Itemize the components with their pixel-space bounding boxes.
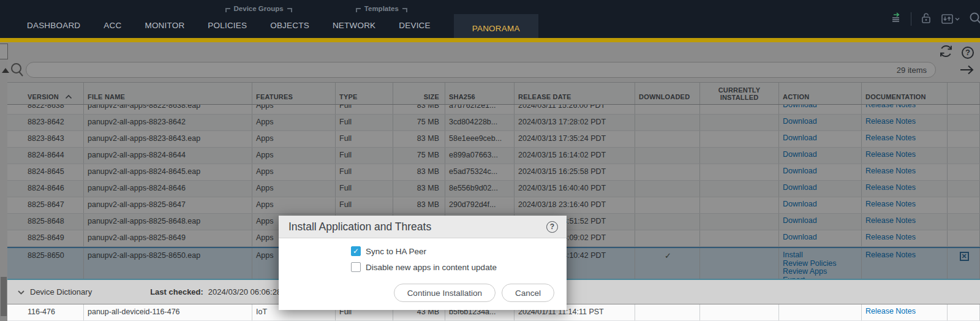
checkbox-label: Disable new apps in content update xyxy=(366,263,497,272)
release-notes-link[interactable]: Release Notes xyxy=(865,184,944,192)
deselect-icon[interactable]: ✕ xyxy=(960,252,969,261)
table-row[interactable]: 8824-8645panupv2-all-apps-8824-8645.eapA… xyxy=(7,164,980,181)
nav-tab-network[interactable]: NETWORK xyxy=(333,21,375,30)
action-link-download[interactable]: Download xyxy=(783,200,859,209)
table-row[interactable]: 8823-8642panupv2-all-apps-8823-8642AppsF… xyxy=(7,115,980,131)
nav-tab-device[interactable]: DEVICE xyxy=(399,21,430,30)
col-header-release-date[interactable]: RELEASE DATE xyxy=(514,83,635,104)
nav-items: POLICIESOBJECTS xyxy=(208,12,309,38)
action-link-download[interactable]: Download xyxy=(783,134,859,143)
release-notes-link[interactable]: Release Notes xyxy=(865,233,944,242)
col-header-label: DOCUMENTATION xyxy=(865,93,926,100)
gold-accent-bar xyxy=(0,38,980,42)
action-link-download[interactable]: Download xyxy=(783,167,859,176)
release-notes-link[interactable]: Release Notes xyxy=(865,105,944,110)
action-link-download[interactable]: Download xyxy=(783,217,859,225)
lock-icon[interactable] xyxy=(920,12,932,27)
col-header-file-name[interactable]: FILE NAME xyxy=(84,83,252,104)
checkbox-checked-icon[interactable]: ✓ xyxy=(351,246,361,256)
cell-action: Download xyxy=(779,214,862,230)
cell-close xyxy=(948,181,980,197)
action-link-download[interactable]: Download xyxy=(783,105,859,110)
col-header-version[interactable]: VERSION xyxy=(7,83,84,104)
col-header-sha256[interactable]: SHA256 xyxy=(445,83,514,104)
col-header-label: SIZE xyxy=(424,93,439,100)
cell-close xyxy=(948,304,980,320)
filter-field[interactable]: 29 items xyxy=(26,62,936,78)
next-page-arrow-icon[interactable] xyxy=(959,63,975,79)
col-header-type[interactable]: TYPE xyxy=(336,83,393,104)
filter-row: 29 items xyxy=(0,60,980,80)
release-notes-link[interactable]: Release Notes xyxy=(865,151,944,159)
col-header-close[interactable] xyxy=(948,83,980,104)
col-header-label: ACTION xyxy=(783,93,809,100)
cell-version: 8824-8646 xyxy=(7,181,84,197)
cell-version: 8825-8648 xyxy=(7,214,84,230)
cancel-button[interactable]: Cancel xyxy=(502,284,554,302)
commit-icon[interactable] xyxy=(890,12,902,26)
release-notes-link[interactable]: Release Notes xyxy=(865,167,944,176)
chevron-down-icon xyxy=(954,17,960,21)
release-notes-link[interactable]: Release Notes xyxy=(865,251,944,260)
help-icon[interactable]: ? xyxy=(962,47,974,59)
table-row[interactable]: 8824-8644panupv2-all-apps-8824-8644AppsF… xyxy=(7,148,980,164)
cell-documentation: Release Notes xyxy=(862,181,948,197)
nav-tab-dashboard[interactable]: DASHBOARD xyxy=(27,21,80,30)
cell-currently-installed xyxy=(700,115,779,130)
global-find-icon[interactable] xyxy=(969,12,980,26)
filter-input[interactable] xyxy=(26,66,897,74)
cell-downloaded xyxy=(635,181,700,197)
continue-installation-button[interactable]: Continue Installation xyxy=(394,284,496,302)
cell-downloaded xyxy=(635,105,700,114)
release-notes-link[interactable]: Release Notes xyxy=(865,134,944,143)
action-link-download[interactable]: Download xyxy=(783,118,859,126)
cell-file-name: panupv2-all-apps-8824-8646 xyxy=(84,181,252,197)
action-link-review-policies[interactable]: Review Policies xyxy=(783,260,859,268)
search-icon xyxy=(10,62,24,80)
dialog-help-icon[interactable]: ? xyxy=(546,221,558,233)
cell-version: 8823-8643 xyxy=(7,131,84,147)
col-header-currently-installed[interactable]: CURRENTLY INSTALLED xyxy=(700,83,779,104)
col-header-documentation[interactable]: DOCUMENTATION xyxy=(862,83,948,104)
cell-action: Download xyxy=(779,197,862,213)
col-header-label: CURRENTLY INSTALLED xyxy=(700,86,778,101)
nav-tab-monitor[interactable]: MONITOR xyxy=(145,21,184,30)
release-notes-link[interactable]: Release Notes xyxy=(865,200,944,209)
table-row[interactable]: 8825-8647panupv2-all-apps-8825-8647AppsF… xyxy=(7,197,980,214)
action-link-review-apps[interactable]: Review Apps xyxy=(783,268,859,276)
nav-tab-objects[interactable]: OBJECTS xyxy=(270,21,309,30)
action-link-install[interactable]: Install xyxy=(783,251,859,260)
collapsed-side-panel-stub[interactable] xyxy=(0,43,8,59)
col-header-action[interactable]: ACTION xyxy=(779,83,862,104)
action-link-download[interactable]: Download xyxy=(783,233,859,242)
nav-tab-panorama[interactable]: PANORAMA xyxy=(454,14,538,38)
table-row[interactable]: 8823-8643panupv2-all-apps-8823-8643.eapA… xyxy=(7,131,980,148)
cell-action: Download xyxy=(779,148,862,164)
checkbox-sync-to-ha-peer[interactable]: ✓Sync to HA Peer xyxy=(351,246,567,256)
left-scrollbar-thumb[interactable] xyxy=(1,277,7,316)
save-export-icon[interactable] xyxy=(941,13,960,25)
cell-file-name: panupv2-all-apps-8823-8642 xyxy=(84,115,252,130)
col-header-size[interactable]: SIZE xyxy=(393,83,445,104)
cell-features: Apps xyxy=(252,148,336,164)
cell-documentation: Release Notes xyxy=(862,197,948,213)
checkbox-disable-new-apps-in-content-update[interactable]: Disable new apps in content update xyxy=(351,262,567,272)
action-link-download[interactable]: Download xyxy=(783,184,859,192)
table-row[interactable]: 8822-8638panupv2-all-apps-8822-8638.eapA… xyxy=(7,105,980,115)
col-header-label: VERSION xyxy=(28,93,59,100)
checkbox-unchecked-icon[interactable] xyxy=(351,262,361,272)
release-notes-link[interactable]: Release Notes xyxy=(865,217,944,225)
action-link-download[interactable]: Download xyxy=(783,151,859,159)
nav-tab-acc[interactable]: ACC xyxy=(104,21,121,30)
nav-group-label: Device Groups xyxy=(234,5,284,12)
cell-documentation: Release Notes xyxy=(862,164,948,180)
nav-tab-policies[interactable]: POLICIES xyxy=(208,21,247,30)
col-header-features[interactable]: FEATURES xyxy=(252,83,336,104)
release-notes-link[interactable]: Release Notes xyxy=(865,118,944,126)
refresh-icon[interactable] xyxy=(939,44,953,61)
release-notes-link[interactable]: Release Notes xyxy=(865,308,944,316)
col-header-downloaded[interactable]: DOWNLOADED xyxy=(635,83,700,104)
nav-group: DASHBOARDACCMONITOR xyxy=(27,0,184,38)
cell-currently-installed xyxy=(700,131,779,147)
table-row[interactable]: 8824-8646panupv2-all-apps-8824-8646AppsF… xyxy=(7,181,980,197)
